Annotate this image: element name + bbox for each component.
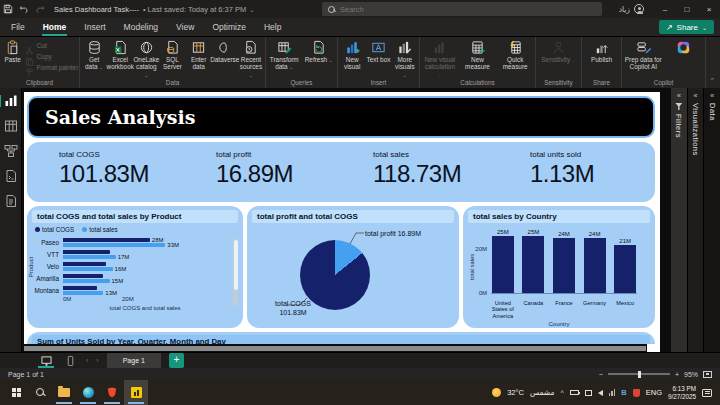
bar-montana-total-sales[interactable] <box>63 291 103 295</box>
start-button[interactable] <box>4 380 28 405</box>
share-button[interactable]: ↗ Share ⌄ <box>659 20 714 34</box>
language-indicator[interactable]: ENG <box>646 388 662 397</box>
table-view-icon[interactable] <box>4 119 18 133</box>
data-pane-collapsed[interactable]: « Data <box>704 88 720 352</box>
menu-modeling[interactable]: Modeling <box>123 20 160 34</box>
last-saved-text[interactable]: • Last saved: Today at 6:37 PM <box>143 5 246 14</box>
clock[interactable]: 6:13 PM 9/27/2025 <box>668 385 696 400</box>
page-tab[interactable]: Page 1 <box>107 353 161 368</box>
taskbar-search-icon[interactable] <box>28 380 52 405</box>
column-germany[interactable]: 24M <box>583 231 607 293</box>
redo-icon[interactable] <box>32 2 48 16</box>
horizontal-scrollbar[interactable] <box>24 346 646 351</box>
menu-home[interactable]: Home <box>42 20 68 34</box>
column-mexico[interactable]: 21M <box>613 238 637 293</box>
new-page-button[interactable]: + <box>169 353 184 368</box>
column-canada[interactable]: 25M <box>522 229 546 294</box>
bar-amarilla-total-cogs[interactable] <box>63 274 103 278</box>
speaker-icon[interactable] <box>598 390 603 396</box>
item-button[interactable] <box>664 39 705 77</box>
sensitivity-button[interactable]: Sensitivity ⌄ <box>537 39 580 77</box>
network-icon[interactable] <box>609 389 616 396</box>
title-visual[interactable]: Sales Analysis <box>27 96 655 138</box>
refresh-button[interactable]: Refresh ⌄ <box>302 39 337 77</box>
sql-server-button[interactable]: SQL Server <box>159 39 185 77</box>
bar-paseo-total-cogs[interactable] <box>63 238 150 242</box>
expand-pane-icon[interactable]: « <box>710 92 714 99</box>
quick-measure-button[interactable]: Quick measure <box>496 39 534 77</box>
collapse-ribbon-icon[interactable]: ⌃ <box>709 77 715 85</box>
recent-sources-button[interactable]: Recent sources ⌄ <box>238 39 264 77</box>
bar-amarilla-total-sales[interactable] <box>63 279 110 283</box>
model-view-icon[interactable] <box>4 144 18 158</box>
enter-data-button[interactable]: Enter data <box>186 39 212 77</box>
maximize-button[interactable]: □ <box>676 0 698 18</box>
mobile-layout-icon[interactable] <box>62 355 78 367</box>
hidden-icons-chevron[interactable]: ^ <box>561 389 564 396</box>
weather-temperature[interactable]: 32°C <box>507 388 524 397</box>
dax-query-view-icon[interactable] <box>4 169 18 183</box>
edge-browser-icon[interactable] <box>76 380 100 405</box>
action-center-icon[interactable] <box>702 389 712 397</box>
menu-file[interactable]: File <box>10 20 26 34</box>
chart-scrollbar[interactable] <box>233 238 238 306</box>
expand-pane-icon[interactable]: « <box>694 92 698 99</box>
get-data-button[interactable]: Get data ⌄ <box>81 39 107 77</box>
save-icon[interactable] <box>0 2 16 16</box>
menu-help[interactable]: Help <box>263 20 282 34</box>
bar-chart-cogs-sales-by-product[interactable]: total COGS and total sales by Product to… <box>27 206 243 328</box>
transform-data-button[interactable]: Transform data ⌄ <box>267 39 302 77</box>
search-input[interactable] <box>340 5 596 14</box>
user-avatar[interactable] <box>634 4 644 14</box>
fit-to-page-icon[interactable] <box>703 371 712 378</box>
bar-velo-total-sales[interactable] <box>63 267 113 271</box>
cut-button[interactable]: Cut <box>25 41 79 50</box>
menu-view[interactable]: View <box>175 20 195 34</box>
bar-vtt-total-cogs[interactable] <box>63 250 110 254</box>
excel-workbook-button[interactable]: Excel workbook <box>107 39 133 77</box>
onedrive-icon[interactable] <box>585 390 592 396</box>
zoom-slider[interactable] <box>608 373 670 375</box>
power-bi-taskbar-icon[interactable] <box>124 380 148 405</box>
kpi-total-sales[interactable]: total sales118.73M <box>341 142 498 202</box>
new-measure-button[interactable]: New measure <box>459 39 497 77</box>
legend-item-total-cogs[interactable]: total COGS <box>35 226 74 233</box>
search-box[interactable] <box>322 2 602 16</box>
expand-pane-icon[interactable]: « <box>677 92 681 99</box>
chevron-down-icon[interactable]: ⌄ <box>249 6 254 13</box>
filters-pane-collapsed[interactable]: « Filters <box>671 88 687 352</box>
file-explorer-icon[interactable] <box>52 380 76 405</box>
dataverse-button[interactable]: Dataverse <box>212 39 238 77</box>
kpi-card-visual[interactable]: total COGS101.83Mtotal profit16.89Mtotal… <box>27 142 655 202</box>
new-visual-calculation-button[interactable]: New visual calculation ⌄ <box>421 39 459 77</box>
previous-page-icon[interactable]: ‹ <box>86 357 88 364</box>
onelake-catalog-button[interactable]: OneLake catalog ⌄ <box>133 39 159 77</box>
visualizations-pane-collapsed[interactable]: « Visualizations <box>688 88 704 352</box>
report-view-icon[interactable] <box>4 94 18 108</box>
more-visuals-button[interactable]: More visuals ⌄ <box>392 39 418 77</box>
paste-button[interactable]: Paste <box>1 39 25 77</box>
bar-paseo-total-sales[interactable] <box>63 243 165 247</box>
text-box-button[interactable]: Text box <box>365 39 391 77</box>
weather-sunny-icon[interactable] <box>492 388 501 397</box>
format-painter-button[interactable]: Format painter <box>25 63 79 72</box>
next-page-icon[interactable]: › <box>96 357 98 364</box>
bar-montana-total-cogs[interactable] <box>63 286 97 290</box>
kpi-total-units-sold[interactable]: total units sold1.13M <box>498 142 655 202</box>
kpi-total-profit[interactable]: total profit16.89M <box>184 142 341 202</box>
report-page[interactable]: Sales Analysis total COGS101.83Mtotal pr… <box>24 92 660 344</box>
legend-item-total-sales[interactable]: total sales <box>82 226 117 233</box>
prep-data-for-copilot-ai-button[interactable]: Prep data for Copilot AI <box>623 39 664 77</box>
weather-description[interactable]: مشمس <box>530 388 555 397</box>
undo-icon[interactable] <box>16 2 32 16</box>
new-visual-button[interactable]: New visual <box>339 39 365 77</box>
zoom-out-icon[interactable]: − <box>599 371 603 378</box>
column-france[interactable]: 24M <box>552 231 576 293</box>
zoom-level[interactable]: 95% <box>684 371 698 378</box>
publish-button[interactable]: Publish <box>583 39 620 77</box>
zoom-in-icon[interactable]: + <box>675 371 679 378</box>
battery-icon[interactable] <box>570 390 579 395</box>
tmdl-view-icon[interactable] <box>4 194 18 208</box>
brave-browser-icon[interactable] <box>100 380 124 405</box>
security-icon[interactable] <box>633 389 640 397</box>
